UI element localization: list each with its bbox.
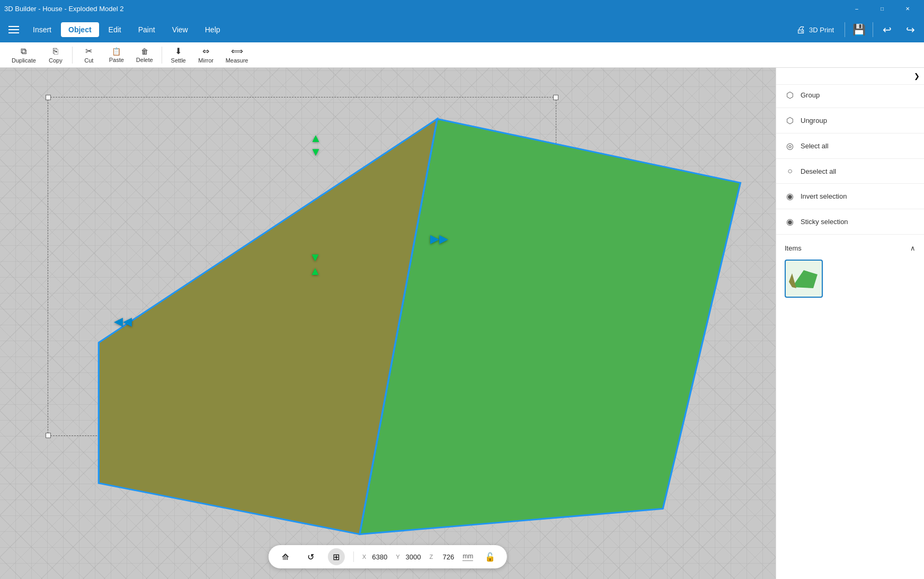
panel-divider-3 (776, 158, 924, 159)
svg-marker-3 (99, 119, 437, 535)
lock-button[interactable]: 🔓 (482, 548, 499, 565)
move-arrow-up[interactable]: ▲▼ (310, 131, 322, 159)
settle-button[interactable]: ⬇ Settle (165, 44, 192, 66)
canvas-area[interactable]: ▲▼ ▼▲ ▶▶ ◀◀ ⟰ ↺ ⊞ X 6380 Y 3000 Z 726 (0, 68, 776, 579)
mirror-icon: ⇔ (202, 46, 209, 56)
item-thumbnail[interactable] (785, 260, 823, 298)
corner-bl[interactable] (46, 433, 51, 438)
undo-button[interactable]: ↩ (877, 20, 896, 39)
items-header[interactable]: Items ∧ (783, 241, 918, 255)
ungroup-label: Ungroup (801, 117, 827, 124)
z-value: 726 (435, 553, 454, 561)
3d-object (0, 68, 776, 579)
items-collapse-icon: ∧ (910, 244, 916, 252)
panel-toggle[interactable]: ❯ (776, 68, 924, 85)
print-button[interactable]: 🖨 3D Print (790, 21, 840, 39)
menu-help[interactable]: Help (198, 22, 228, 37)
corner-br[interactable] (553, 433, 558, 438)
invert-selection-icon: ◉ (785, 191, 795, 201)
close-button[interactable]: ✕ (895, 0, 920, 17)
titlebar: 3D Builder - House - Exploded Model 2 – … (0, 0, 924, 17)
menu-edit[interactable]: Edit (101, 22, 129, 37)
transform-button[interactable]: ⟰ (277, 548, 294, 565)
sticky-selection-label: Sticky selection (801, 218, 848, 226)
copy-label: Copy (49, 57, 63, 64)
settle-icon: ⬇ (175, 46, 182, 56)
cut-button[interactable]: ✂ Cut (76, 44, 102, 66)
items-label: Items (785, 244, 802, 252)
move-arrow-right[interactable]: ▶▶ (430, 232, 448, 246)
svg-marker-2 (99, 119, 437, 535)
mirror-button[interactable]: ⇔ Mirror (193, 44, 219, 66)
panel-divider-1 (776, 108, 924, 108)
status-sep-1 (353, 551, 354, 562)
toolbar-separator-2 (162, 47, 162, 64)
hamburger-menu[interactable] (4, 20, 23, 39)
menu-object[interactable]: Object (61, 22, 99, 37)
redo-button[interactable]: ↪ (901, 20, 920, 39)
items-section: Items ∧ (776, 237, 924, 306)
items-grid (783, 255, 918, 302)
panel-invert-selection[interactable]: ◉ Invert selection (776, 186, 924, 207)
x-value: 6380 (368, 553, 387, 561)
unit-display[interactable]: mm (463, 553, 473, 561)
panel-sticky-selection[interactable]: ◉ Sticky selection (776, 211, 924, 232)
paste-button[interactable]: 📋 Paste (103, 45, 130, 65)
panel-divider-6 (776, 234, 924, 235)
delete-icon: 🗑 (141, 47, 148, 56)
svg-marker-5 (792, 270, 818, 288)
menu-insert[interactable]: Insert (25, 22, 59, 37)
print-label: 3D Print (809, 26, 834, 34)
toolbar-separator-1 (72, 47, 73, 64)
group-icon: ⬡ (785, 90, 795, 100)
svg-marker-6 (789, 273, 796, 288)
menu-view[interactable]: View (165, 22, 196, 37)
maximize-button[interactable]: □ (870, 0, 894, 17)
move-arrow-left[interactable]: ◀◀ (114, 315, 132, 328)
cut-label: Cut (84, 57, 93, 64)
duplicate-label: Duplicate (12, 57, 36, 64)
panel-deselect-all[interactable]: ○ Deselect all (776, 161, 924, 181)
print-icon: 🖨 (796, 24, 806, 35)
app-title: 3D Builder - House - Exploded Model 2 (4, 5, 123, 13)
save-button[interactable]: 💾 (849, 20, 868, 39)
panel-ungroup[interactable]: ⬡ Ungroup (776, 110, 924, 131)
main-area: ▲▼ ▼▲ ▶▶ ◀◀ ⟰ ↺ ⊞ X 6380 Y 3000 Z 726 (0, 68, 924, 579)
selection-box (48, 97, 556, 436)
statusbar: ⟰ ↺ ⊞ X 6380 Y 3000 Z 726 mm 🔓 (269, 545, 507, 568)
x-coord-group: X 6380 (362, 553, 387, 561)
select-all-icon: ◎ (785, 141, 795, 151)
snap-button[interactable]: ⊞ (328, 548, 345, 565)
mirror-label: Mirror (198, 57, 214, 64)
copy-button[interactable]: ⎘ Copy (42, 44, 69, 66)
panel-divider-2 (776, 133, 924, 133)
corner-tl[interactable] (46, 95, 51, 100)
panel-group[interactable]: ⬡ Group (776, 85, 924, 105)
corner-tr[interactable] (553, 95, 558, 100)
group-label: Group (801, 91, 820, 99)
ungroup-icon: ⬡ (785, 115, 795, 126)
menubar: Insert Object Edit Paint View Help 🖨 3D … (0, 17, 924, 42)
delete-label: Delete (136, 57, 153, 63)
measure-icon: ⟺ (231, 46, 243, 56)
reset-button[interactable]: ↺ (303, 548, 319, 565)
panel-divider-5 (776, 209, 924, 209)
z-coord-group: Z 726 (429, 553, 454, 561)
move-arrow-down[interactable]: ▼▲ (309, 251, 321, 278)
y-coord-group: Y 3000 (396, 553, 421, 561)
deselect-all-label: Deselect all (801, 167, 836, 175)
minimize-button[interactable]: – (845, 0, 869, 17)
panel-toggle-icon: ❯ (914, 72, 920, 80)
paste-icon: 📋 (112, 47, 121, 56)
duplicate-button[interactable]: ⧉ Duplicate (6, 44, 41, 66)
copy-icon: ⎘ (53, 47, 58, 56)
item-preview-svg (787, 266, 821, 291)
measure-label: Measure (226, 57, 248, 64)
z-label: Z (429, 554, 433, 560)
delete-button[interactable]: 🗑 Delete (131, 45, 158, 65)
svg-line-4 (437, 119, 740, 183)
panel-select-all[interactable]: ◎ Select all (776, 136, 924, 156)
menu-paint[interactable]: Paint (131, 22, 163, 37)
cut-icon: ✂ (85, 46, 92, 56)
measure-button[interactable]: ⟺ Measure (220, 44, 254, 66)
